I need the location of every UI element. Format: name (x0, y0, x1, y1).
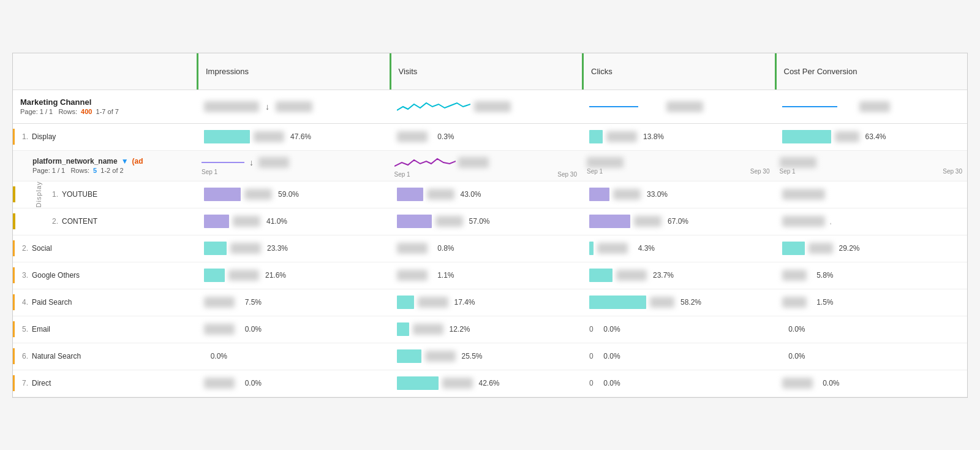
email-impressions: 0.0% (197, 321, 390, 337)
header-cpc: Cost Per Conversion (775, 53, 968, 90)
impressions-label: Impressions (206, 67, 249, 76)
social-clk-pct: 4.3% (631, 244, 655, 253)
display-visits: 0.3% (390, 129, 582, 145)
sub-range: 1-2 of 2 (100, 167, 123, 174)
social-label-cell: 2. Social (13, 240, 197, 256)
sub-imp-dates: Sep 1 (202, 169, 385, 175)
sub-clk-date-start: Sep 1 (587, 168, 603, 175)
content-label-cell: 2. CONTENT (13, 213, 197, 229)
display-clicks: 13.8% (582, 128, 775, 146)
paid-clk-pct: 58.2% (678, 298, 701, 307)
natural-vis-value (425, 351, 456, 362)
summary-sub: Page: 1 / 1 Rows: 400 1-7 of 7 (20, 108, 189, 115)
direct-imp-value (204, 378, 235, 389)
subgroup-header: platform_network_name ▼ (ad Page: 1 / 1 … (13, 151, 967, 181)
display-num: 1. (22, 132, 28, 141)
main-table: Impressions Visits Clicks Cost Per Conve… (12, 53, 968, 398)
social-name[interactable]: Social (32, 244, 52, 253)
youtube-cpc (775, 186, 968, 202)
google-clicks: 23.7% (582, 266, 775, 284)
summary-visits (390, 96, 582, 118)
direct-clk-zero: 0 (589, 379, 594, 387)
natural-cpc-pct: 0.0% (782, 352, 805, 360)
google-imp-pct: 21.6% (263, 271, 286, 280)
youtube-visits: 43.0% (390, 185, 582, 204)
sub-vis-blur (458, 157, 489, 168)
sort-arrow[interactable]: ↓ (265, 102, 270, 112)
filter-icon[interactable]: ▼ (121, 157, 129, 166)
google-clk-bar (589, 269, 612, 282)
sub-imp-arrow[interactable]: ↓ (249, 158, 254, 167)
youtube-name[interactable]: YOUTUBE (62, 190, 97, 199)
row-display: 1. Display 47.6% 0.3% 13.8% 63.4% (13, 124, 967, 151)
youtube-clk-pct: 33.0% (644, 190, 668, 199)
natural-vis-bar (397, 349, 421, 363)
display-name[interactable]: Display (32, 132, 56, 141)
paid-name[interactable]: Paid Search (32, 298, 72, 307)
natural-cpc: 0.0% (775, 349, 968, 363)
content-vis-bar (397, 215, 432, 228)
sub-rows-count: 5 (93, 167, 97, 174)
impressions-blur-2 (276, 101, 312, 112)
youtube-clk-bar (589, 188, 609, 201)
subgroup-name: platform_network_name (32, 157, 118, 166)
paid-clk-bar (589, 296, 646, 309)
page-info: Page: 1 / 1 (20, 108, 53, 115)
display-clk-value (606, 131, 637, 142)
sub-clk-blur (587, 157, 624, 168)
row-natural-search: 6. Natural Search 0.0% 25.5% 0 0.0% 0.0% (13, 343, 967, 370)
youtube-cpc-value (782, 189, 825, 200)
row-email: 5. Email 0.0% 12.2% 0 0.0% 0.0% (13, 316, 967, 343)
summary-row: Marketing Channel Page: 1 / 1 Rows: 400 … (13, 90, 967, 124)
sub-vis-date-start: Sep 1 (394, 171, 410, 178)
content-cpc-comma: , (830, 218, 832, 225)
google-clk-pct: 23.7% (650, 271, 674, 280)
clicks-blur (666, 101, 703, 112)
display-label-cell: 1. Display (13, 129, 197, 145)
email-name[interactable]: Email (32, 325, 50, 334)
display-vis-pct: 0.3% (431, 132, 454, 141)
google-imp-bar (204, 269, 225, 282)
display-vertical-label: Display (35, 181, 42, 207)
social-impressions: 23.3% (197, 239, 390, 257)
sub-cpc-date-end: Sep 30 (943, 168, 962, 175)
paid-num: 4. (22, 298, 28, 307)
content-name[interactable]: CONTENT (62, 217, 97, 226)
paid-label-cell: 4. Paid Search (13, 294, 197, 310)
social-cpc: 29.2% (775, 239, 968, 257)
youtube-vis-bar (397, 188, 423, 201)
social-num: 2. (22, 244, 28, 253)
paid-imp-pct: 7.5% (238, 298, 262, 307)
visits-blur (474, 101, 511, 112)
display-impressions: 47.6% (197, 128, 390, 146)
row-paid-search: 4. Paid Search 7.5% 17.4% 58.2% 1.5% (13, 289, 967, 316)
content-vis-value (435, 216, 463, 227)
direct-visits: 42.6% (390, 374, 582, 392)
social-imp-value (230, 243, 261, 254)
google-name[interactable]: Google Others (32, 271, 80, 280)
email-vis-bar (397, 322, 409, 336)
google-visits: 1.1% (390, 267, 582, 283)
paid-vis-bar (397, 296, 414, 309)
sub-page: Page: 1 / 1 (32, 167, 65, 174)
youtube-vis-pct: 43.0% (458, 190, 481, 199)
content-clk-bar (589, 215, 630, 228)
content-imp-bar (204, 215, 229, 228)
email-imp-value (204, 324, 235, 335)
direct-label-cell: 7. Direct (13, 375, 197, 391)
email-vis-pct: 12.2% (447, 325, 470, 334)
clicks-sparkline (589, 98, 663, 115)
rows-range: 1-7 of 7 (96, 108, 119, 115)
sub-cpc-blur (780, 157, 816, 168)
natural-name[interactable]: Natural Search (32, 352, 81, 360)
paid-cpc: 1.5% (775, 294, 968, 310)
email-clk-pct: 0.0% (597, 325, 620, 334)
summary-label-cell: Marketing Channel Page: 1 / 1 Rows: 400 … (13, 94, 197, 119)
impressions-blur-value (204, 101, 259, 112)
direct-vis-value (442, 378, 473, 389)
cpc-sparkline (782, 98, 856, 115)
direct-cpc-value (782, 378, 813, 389)
header-clicks: Clicks (582, 53, 775, 90)
subgroup-title-row: platform_network_name ▼ (ad (32, 157, 189, 166)
direct-name[interactable]: Direct (32, 379, 51, 387)
